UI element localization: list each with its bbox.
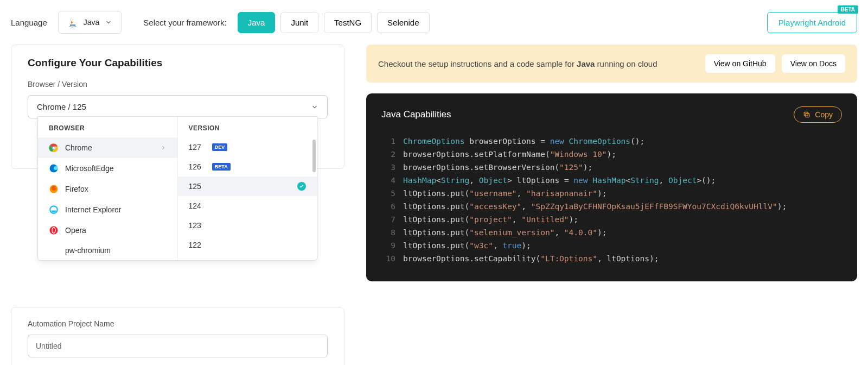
version-value: 124 xyxy=(189,202,201,210)
framework-junit[interactable]: Junit xyxy=(280,12,318,33)
check-icon xyxy=(297,182,306,191)
browser-name: Internet Explorer xyxy=(65,205,122,214)
chevron-down-icon xyxy=(311,103,318,111)
code-card: Java Capabilities Copy 1ChromeOptions br… xyxy=(366,93,857,281)
version-value: 127 xyxy=(189,143,201,152)
browser-column-header: BROWSER xyxy=(38,117,177,137)
code-line: 4HashMap<String, Object> ltOptions = new… xyxy=(381,174,842,187)
svg-point-1 xyxy=(69,26,76,27)
project-name-label: Automation Project Name xyxy=(28,319,328,328)
browser-name: Chrome xyxy=(65,143,92,152)
edge-icon xyxy=(49,163,59,173)
version-125[interactable]: 125 xyxy=(178,177,317,196)
java-icon xyxy=(67,17,78,28)
version-value: 122 xyxy=(189,241,201,249)
code-block[interactable]: 1ChromeOptions browserOptions = new Chro… xyxy=(381,135,842,265)
browser-version-dropdown: BROWSER Chrome MicrosoftEdge Firefox Int… xyxy=(37,116,317,261)
framework-selenide[interactable]: Selenide xyxy=(377,12,429,33)
version-122[interactable]: 122 xyxy=(178,235,317,255)
browser-version-value: Chrome / 125 xyxy=(37,102,86,111)
version-value: 126 xyxy=(189,162,201,171)
project-card: Automation Project Name + Advanced Build… xyxy=(11,307,344,365)
banner-text: Checkout the setup instructions and a co… xyxy=(378,59,699,68)
code-line: 8ltOptions.put("selenium_version", "4.0.… xyxy=(381,226,842,239)
version-column-header: VERSION xyxy=(178,117,317,137)
version-value: 125 xyxy=(189,182,201,191)
language-value: Java xyxy=(84,18,100,27)
dev-tag: DEV xyxy=(212,143,228,151)
chrome-icon xyxy=(49,143,59,153)
version-124[interactable]: 124 xyxy=(178,196,317,216)
browser-version-label: Browser / Version xyxy=(28,80,328,89)
browser-name: Opera xyxy=(65,226,86,235)
info-banner: Checkout the setup instructions and a co… xyxy=(366,45,857,83)
project-name-input[interactable] xyxy=(28,335,328,357)
chevron-right-icon xyxy=(160,144,167,151)
framework-label: Select your framework: xyxy=(143,18,226,27)
view-github-button[interactable]: View on GitHub xyxy=(705,54,775,73)
framework-testng[interactable]: TestNG xyxy=(324,12,372,33)
code-line: 7ltOptions.put("project", "Untitled"); xyxy=(381,213,842,226)
version-127[interactable]: 127 DEV xyxy=(178,137,317,157)
configure-title: Configure Your Capabilities xyxy=(28,57,328,69)
code-line: 6ltOptions.put("accessKey", "SpZZqy1aByC… xyxy=(381,200,842,213)
version-126[interactable]: 126 BETA xyxy=(178,157,317,177)
browser-name: pw-chromium xyxy=(65,246,111,255)
ie-icon xyxy=(49,205,59,215)
browser-pw-chromium[interactable]: pw-chromium xyxy=(38,241,177,260)
framework-java[interactable]: Java xyxy=(238,12,276,33)
code-line: 2browserOptions.setPlatformName("Windows… xyxy=(381,148,842,161)
playwright-android-button[interactable]: Playwright Android xyxy=(767,12,857,33)
firefox-icon xyxy=(49,184,59,194)
version-value: 123 xyxy=(189,221,201,230)
code-line: 9ltOptions.put("w3c", true); xyxy=(381,239,842,252)
browser-ie[interactable]: Internet Explorer xyxy=(38,199,177,220)
code-title: Java Capabilities xyxy=(381,109,451,120)
svg-rect-12 xyxy=(805,112,808,116)
chevron-down-icon xyxy=(105,18,112,26)
opera-icon xyxy=(49,225,59,235)
language-label: Language xyxy=(11,18,47,27)
code-line: 5ltOptions.put("username", "harisapnanai… xyxy=(381,187,842,200)
browser-name: Firefox xyxy=(65,185,88,193)
browser-firefox[interactable]: Firefox xyxy=(38,179,177,199)
browser-edge[interactable]: MicrosoftEdge xyxy=(38,158,177,179)
browser-version-select[interactable]: Chrome / 125 xyxy=(28,95,328,118)
beta-tag: BETA xyxy=(212,163,231,171)
browser-name: MicrosoftEdge xyxy=(65,164,113,173)
view-docs-button[interactable]: View on Docs xyxy=(782,54,845,73)
copy-button[interactable]: Copy xyxy=(794,106,842,123)
code-line: 10browserOptions.setCapability("LT:Optio… xyxy=(381,252,842,265)
copy-icon xyxy=(803,111,810,118)
svg-point-4 xyxy=(53,147,55,149)
framework-buttons: Java Junit TestNG Selenide xyxy=(238,12,430,33)
svg-point-10 xyxy=(53,228,55,233)
beta-badge: BETA xyxy=(838,5,858,14)
code-line: 3browserOptions.setBrowserVersion("125")… xyxy=(381,161,842,174)
version-123[interactable]: 123 xyxy=(178,216,317,235)
language-select[interactable]: Java xyxy=(58,11,122,34)
browser-opera[interactable]: Opera xyxy=(38,220,177,241)
svg-rect-11 xyxy=(806,114,809,117)
code-line: 1ChromeOptions browserOptions = new Chro… xyxy=(381,135,842,148)
browser-chrome[interactable]: Chrome xyxy=(38,137,177,158)
